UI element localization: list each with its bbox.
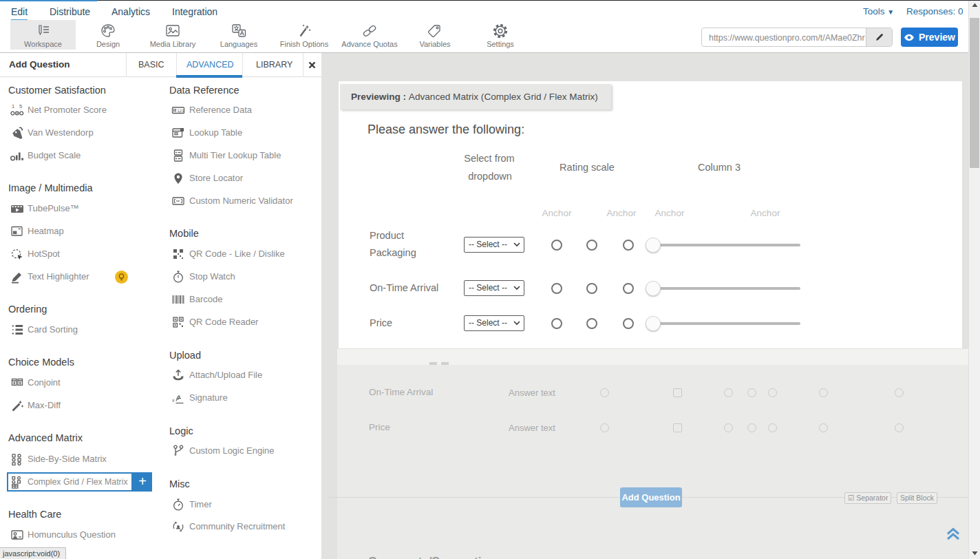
svg-text:5: 5	[19, 103, 22, 109]
svg-text:1: 1	[12, 103, 14, 109]
svg-text:x: x	[172, 398, 175, 403]
svg-text:123: 123	[178, 109, 185, 113]
